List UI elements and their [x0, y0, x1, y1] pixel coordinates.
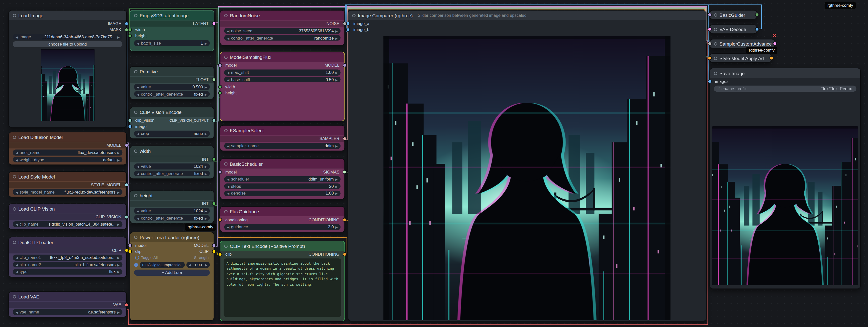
- unet-name-widget[interactable]: unet_name flux_dev.safetensors: [13, 150, 122, 156]
- width-input-port[interactable]: [218, 85, 222, 88]
- node-title-bar[interactable]: Load VAE: [9, 292, 126, 301]
- conditioning-output-port[interactable]: [343, 252, 346, 256]
- next-arrow-icon[interactable]: [205, 131, 207, 136]
- mask-output-port[interactable]: [125, 28, 128, 32]
- next-arrow-icon[interactable]: [117, 34, 120, 39]
- guidance-widget[interactable]: guidance 2.0: [224, 224, 341, 230]
- model-input-port[interactable]: [128, 243, 132, 247]
- node-clip-text-encode-positive[interactable]: CLIP Text Encode (Positive Prompt) clip …: [220, 240, 345, 321]
- denoise-widget[interactable]: denoise 1.00: [224, 190, 341, 196]
- prev-arrow-icon[interactable]: [227, 143, 229, 149]
- steps-widget[interactable]: steps 20: [224, 183, 341, 189]
- choose-file-button[interactable]: choose file to upload: [13, 41, 122, 47]
- node-title-bar[interactable]: Style Model Apply Ad: [710, 54, 771, 62]
- comparison-image[interactable]: [383, 36, 671, 320]
- clip-input-port[interactable]: [128, 250, 132, 253]
- prev-arrow-icon[interactable]: [227, 28, 229, 33]
- clip-vision-output-port[interactable]: [212, 119, 216, 122]
- value-widget[interactable]: value 1024: [134, 164, 210, 169]
- collapse-toggle-icon[interactable]: [224, 162, 227, 165]
- node-title-bar[interactable]: Primitive: [130, 67, 214, 76]
- clip-name2-widget[interactable]: clip_name2 clip_l_flux.safetensors: [13, 262, 122, 267]
- image-combo-widget[interactable]: image _211deaa6-34ab-4663-aee8-7a7bd75..…: [13, 34, 122, 40]
- prev-arrow-icon[interactable]: [137, 131, 139, 136]
- prev-arrow-icon[interactable]: [16, 262, 18, 267]
- height-input-port[interactable]: [218, 91, 222, 95]
- lora-enabled-toggle-icon[interactable]: [134, 263, 137, 267]
- collapse-toggle-icon[interactable]: [224, 244, 227, 248]
- next-arrow-icon[interactable]: [335, 177, 338, 182]
- node-title-bar[interactable]: ModelSamplingFlux: [220, 52, 344, 62]
- vae-name-widget[interactable]: vae_name ae.safetensors: [13, 309, 122, 315]
- lora-row[interactable]: Flux\Digital_Impressio... 1.00: [134, 262, 210, 268]
- collapse-toggle-icon[interactable]: [224, 13, 227, 17]
- lora-name-select[interactable]: Flux\Digital_Impressio...: [140, 262, 185, 268]
- collapse-toggle-icon[interactable]: [134, 110, 137, 114]
- next-arrow-icon[interactable]: [117, 262, 120, 267]
- clip-input-port[interactable]: [218, 252, 222, 256]
- next-arrow-icon[interactable]: [117, 157, 120, 162]
- collapsed-input-port[interactable]: [710, 42, 712, 45]
- sigmas-output-port[interactable]: [343, 170, 346, 174]
- prev-arrow-icon[interactable]: [16, 150, 18, 155]
- next-arrow-icon[interactable]: [335, 191, 338, 196]
- image-output-port[interactable]: [755, 27, 757, 31]
- noise-seed-widget[interactable]: noise_seed 376536055613594: [224, 28, 341, 34]
- lora-strength-stepper[interactable]: 1.00: [186, 262, 210, 268]
- node-title-bar[interactable]: CLIP Vision Encode: [130, 107, 214, 117]
- next-arrow-icon[interactable]: [117, 309, 120, 315]
- collapse-toggle-icon[interactable]: [134, 70, 137, 73]
- conditioning-input-port[interactable]: [218, 218, 222, 222]
- prev-arrow-icon[interactable]: [16, 157, 18, 162]
- node-title-bar[interactable]: Save Image: [710, 68, 860, 78]
- control-after-generate-widget[interactable]: control_after_generate fixed: [134, 170, 210, 176]
- node-title-bar[interactable]: Load CLIP Vision: [9, 204, 126, 214]
- guider-output-port[interactable]: [755, 13, 757, 17]
- collapse-toggle-icon[interactable]: [13, 13, 16, 17]
- next-arrow-icon[interactable]: [205, 40, 207, 45]
- node-dual-clip-loader[interactable]: DualCLIPLoader CLIP clip_name1 t5xxl_fp8…: [8, 237, 127, 277]
- image-b-input-port[interactable]: [346, 28, 350, 32]
- node-model-sampling-flux[interactable]: ModelSamplingFlux model MODEL max_shift …: [220, 52, 345, 121]
- collapse-toggle-icon[interactable]: [224, 129, 227, 132]
- height-input-port[interactable]: [128, 34, 132, 38]
- node-title-bar[interactable]: Load Diffusion Model: [9, 132, 126, 142]
- next-arrow-icon[interactable]: [117, 255, 120, 260]
- node-title-bar[interactable]: BasicGuider: [710, 10, 757, 19]
- prev-arrow-icon[interactable]: [137, 91, 139, 96]
- next-arrow-icon[interactable]: [335, 77, 338, 82]
- image-input-port[interactable]: [128, 125, 132, 128]
- prev-arrow-icon[interactable]: [137, 215, 139, 220]
- node-random-noise[interactable]: RandomNoise NOISE noise_seed 37653605561…: [220, 10, 345, 45]
- node-vae-decode[interactable]: VAE Decode: [709, 25, 757, 34]
- clip-name1-widget[interactable]: clip_name1 t5xxl_fp8_e4m3fn_scaled.safet…: [13, 255, 122, 260]
- prev-arrow-icon[interactable]: [137, 164, 139, 169]
- prev-arrow-icon[interactable]: [227, 191, 229, 196]
- crop-widget[interactable]: crop none: [134, 131, 210, 136]
- control-after-generate-widget[interactable]: control_after_generate fixed: [134, 91, 210, 97]
- node-basic-guider[interactable]: BasicGuider: [709, 10, 757, 20]
- image-output-port[interactable]: [125, 22, 128, 25]
- next-arrow-icon[interactable]: [205, 208, 207, 213]
- prev-arrow-icon[interactable]: [227, 177, 229, 182]
- next-arrow-icon[interactable]: [205, 91, 207, 96]
- prev-arrow-icon[interactable]: [227, 77, 229, 82]
- prev-arrow-icon[interactable]: [227, 225, 229, 230]
- prev-arrow-icon[interactable]: [16, 269, 18, 274]
- next-arrow-icon[interactable]: [117, 222, 120, 227]
- batch-size-widget[interactable]: batch_size 1: [134, 40, 210, 46]
- node-image-comparer[interactable]: Image Comparer (rgthree) Slider comparis…: [348, 10, 707, 321]
- prev-arrow-icon[interactable]: [16, 309, 18, 315]
- conditioning-output-port[interactable]: [770, 56, 771, 60]
- value-widget[interactable]: value 0.500: [134, 84, 210, 90]
- collapse-toggle-icon[interactable]: [134, 194, 137, 197]
- prev-arrow-icon[interactable]: [16, 34, 18, 39]
- scheduler-widget[interactable]: scheduler ddim_uniform: [224, 176, 341, 182]
- node-load-style-model[interactable]: Load Style Model STYLE_MODEL style_model…: [8, 171, 127, 197]
- node-title-bar[interactable]: width: [130, 146, 214, 156]
- collapse-toggle-icon[interactable]: [714, 42, 717, 45]
- node-flux-guidance[interactable]: FluxGuidance conditioning CONDITIONING g…: [220, 206, 345, 232]
- node-title-bar[interactable]: VAE Decode: [710, 25, 757, 33]
- next-arrow-icon[interactable]: [335, 28, 338, 33]
- collapse-toggle-icon[interactable]: [134, 13, 137, 17]
